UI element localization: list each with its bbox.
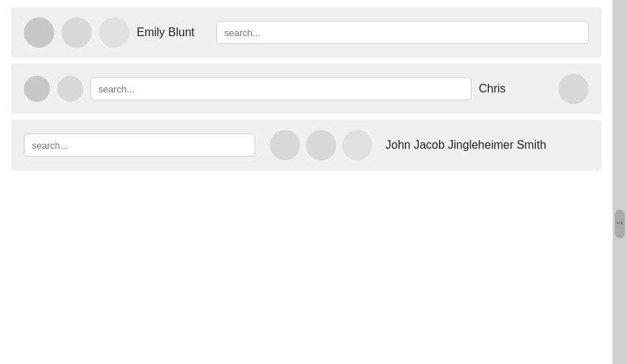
row-card-2: Chris [11, 64, 602, 114]
scrollbar[interactable]: ↔ [613, 0, 627, 364]
avatar-1-2 [61, 17, 92, 48]
avatar-1-1 [24, 17, 54, 48]
avatar-2-1 [24, 76, 50, 102]
avatar-2-2 [57, 76, 83, 102]
row3-avatars [270, 130, 372, 160]
avatar-3-3 [342, 130, 372, 160]
avatar-2-3 [558, 74, 589, 104]
user-name-3: John Jacob Jingleheimer Smith [385, 139, 546, 152]
row-card-1: Emily Blunt [11, 7, 602, 58]
avatar-3-1 [270, 130, 300, 160]
search-input-2[interactable] [90, 77, 472, 100]
resize-handle-icon[interactable]: ↔ [615, 217, 625, 228]
avatar-1-3 [99, 17, 129, 48]
user-name-2: Chris [479, 82, 551, 95]
search-input-1[interactable] [216, 21, 589, 44]
search-input-3[interactable] [24, 134, 255, 157]
main-content: Emily Blunt Chris John Jacob Jingleheime… [0, 0, 613, 364]
avatar-3-2 [306, 130, 336, 160]
user-name-1: Emily Blunt [137, 26, 209, 39]
row-card-3: John Jacob Jingleheimer Smith [11, 120, 602, 170]
